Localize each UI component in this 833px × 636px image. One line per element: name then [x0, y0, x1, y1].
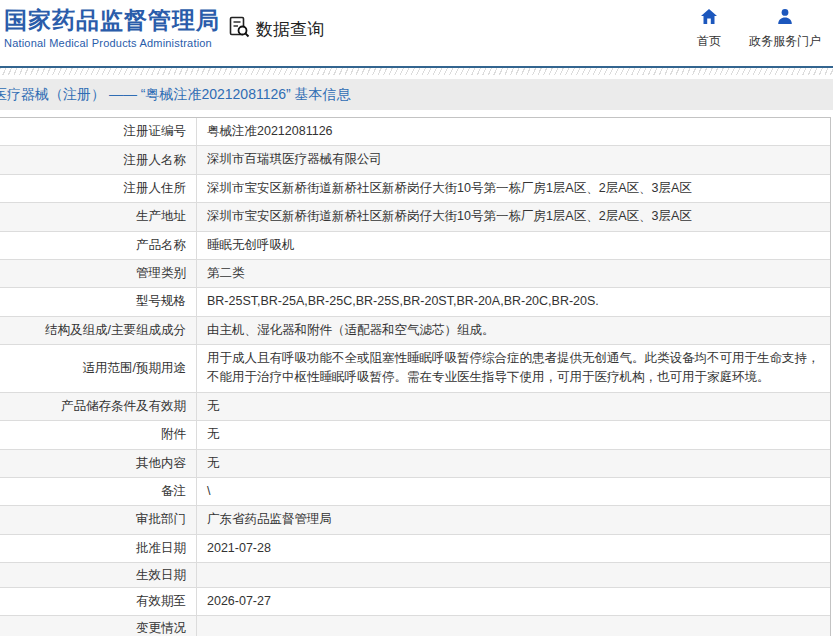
- table-row: 型号规格 BR-25ST,BR-25A,BR-25C,BR-25S,BR-20S…: [0, 288, 830, 316]
- row-value: 由主机、湿化器和附件（适配器和空气滤芯）组成。: [197, 317, 830, 344]
- table-row: 管理类别 第二类: [0, 260, 830, 288]
- site-header: 国家药品监督管理局 National Medical Products Admi…: [0, 0, 833, 66]
- row-value: 睡眠无创呼吸机: [197, 232, 830, 259]
- table-row: 变更情况: [0, 616, 830, 636]
- table-row: 生效日期: [0, 563, 830, 588]
- registration-info-table: 注册证编号 粤械注准20212081126 注册人名称 深圳市百瑞琪医疗器械有限…: [0, 117, 831, 636]
- table-row: 生产地址 深圳市宝安区新桥街道新桥社区新桥岗仔大街10号第一栋厂房1层A区、2层…: [0, 203, 830, 231]
- row-label: 生产地址: [0, 203, 197, 230]
- table-row: 批准日期 2021-07-28: [0, 535, 830, 563]
- row-value: 2021-07-28: [197, 535, 830, 562]
- table-row: 其他内容 无: [0, 450, 830, 478]
- row-label: 有效期至: [0, 588, 197, 615]
- row-value: 无: [197, 421, 830, 448]
- row-value: [197, 616, 830, 636]
- row-value: 用于成人且有呼吸功能不全或阻塞性睡眠呼吸暂停综合症的患者提供无创通气。此类设备均…: [197, 345, 830, 392]
- row-value: 2026-07-27: [197, 588, 830, 615]
- table-row: 适用范围/预期用途 用于成人且有呼吸功能不全或阻塞性睡眠呼吸暂停综合症的患者提供…: [0, 345, 830, 393]
- header-divider-hatch: [0, 68, 833, 75]
- nav-home-label: 首页: [697, 33, 721, 50]
- row-label: 备注: [0, 478, 197, 505]
- row-label: 产品名称: [0, 232, 197, 259]
- row-label: 附件: [0, 421, 197, 448]
- table-row: 结构及组成/主要组成成分 由主机、湿化器和附件（适配器和空气滤芯）组成。: [0, 317, 830, 345]
- nmpa-logo: 国家药品监督管理局 National Medical Products Admi…: [4, 7, 220, 49]
- logo-title: 国家药品监督管理局: [4, 7, 220, 35]
- row-value: 深圳市宝安区新桥街道新桥社区新桥岗仔大街10号第一栋厂房1层A区、2层A区、3层…: [197, 203, 830, 230]
- row-value: 深圳市宝安区新桥街道新桥社区新桥岗仔大街10号第一栋厂房1层A区、2层A区、3层…: [197, 175, 830, 202]
- logo-subtitle: National Medical Products Administration: [4, 37, 220, 49]
- row-label: 审批部门: [0, 506, 197, 533]
- row-value: 第二类: [197, 260, 830, 287]
- table-row: 产品名称 睡眠无创呼吸机: [0, 232, 830, 260]
- header-nav: 首页 政务服务门户: [697, 8, 821, 50]
- row-value: BR-25ST,BR-25A,BR-25C,BR-25S,BR-20ST,BR-…: [197, 288, 830, 315]
- table-row: 注册人名称 深圳市百瑞琪医疗器械有限公司: [0, 146, 830, 174]
- row-label: 注册人住所: [0, 175, 197, 202]
- row-value: 无: [197, 450, 830, 477]
- row-label: 适用范围/预期用途: [0, 345, 197, 392]
- row-label: 结构及组成/主要组成成分: [0, 317, 197, 344]
- row-value: 广东省药品监督管理局: [197, 506, 830, 533]
- nav-gov-portal-label: 政务服务门户: [749, 33, 821, 50]
- row-value: [197, 563, 830, 587]
- row-value: \: [197, 478, 830, 505]
- row-label: 注册证编号: [0, 118, 197, 145]
- row-label: 批准日期: [0, 535, 197, 562]
- data-query-section: 数据查询: [227, 15, 324, 43]
- row-value: 深圳市百瑞琪医疗器械有限公司: [197, 146, 830, 173]
- table-row: 备注 \: [0, 478, 830, 506]
- row-label: 注册人名称: [0, 146, 197, 173]
- document-search-icon: [227, 15, 251, 43]
- row-value: 粤械注准20212081126: [197, 118, 830, 145]
- row-label: 产品储存条件及有效期: [0, 393, 197, 420]
- person-icon: [776, 8, 794, 29]
- table-row: 审批部门 广东省药品监督管理局: [0, 506, 830, 534]
- row-label: 管理类别: [0, 260, 197, 287]
- home-icon: [700, 8, 718, 29]
- row-label: 其他内容: [0, 450, 197, 477]
- row-label: 生效日期: [0, 563, 197, 587]
- data-query-title: 数据查询: [256, 18, 324, 41]
- row-label: 型号规格: [0, 288, 197, 315]
- table-row: 附件 无: [0, 421, 830, 449]
- page-title-bar: 医疗器械（注册） —— “粤械注准20212081126” 基本信息: [0, 79, 833, 110]
- nav-home[interactable]: 首页: [697, 8, 721, 50]
- page-title: 医疗器械（注册） —— “粤械注准20212081126” 基本信息: [0, 86, 351, 104]
- nav-gov-portal[interactable]: 政务服务门户: [749, 8, 821, 50]
- row-label: 变更情况: [0, 616, 197, 636]
- table-row: 有效期至 2026-07-27: [0, 588, 830, 616]
- row-value: 无: [197, 393, 830, 420]
- table-row: 产品储存条件及有效期 无: [0, 393, 830, 421]
- table-row: 注册证编号 粤械注准20212081126: [0, 118, 830, 146]
- table-row: 注册人住所 深圳市宝安区新桥街道新桥社区新桥岗仔大街10号第一栋厂房1层A区、2…: [0, 175, 830, 203]
